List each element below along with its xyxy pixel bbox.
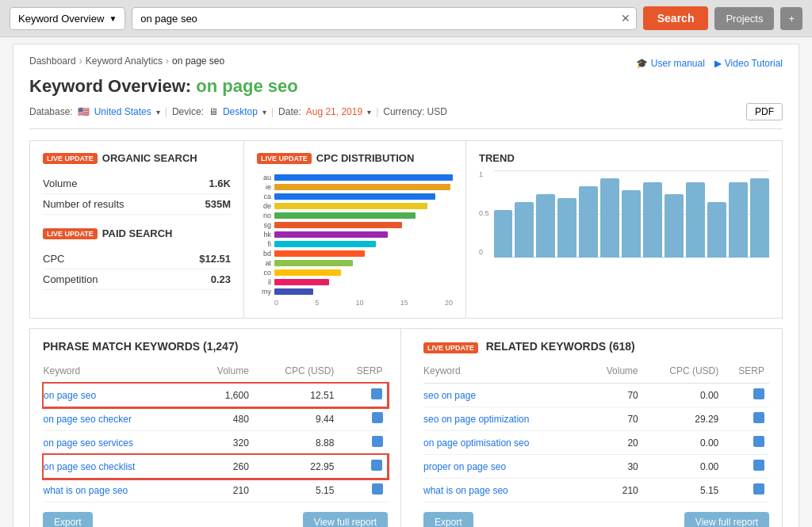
video-icon: ▶ <box>714 58 722 69</box>
table-row: seo on page 70 0.00 <box>423 384 769 407</box>
serp-icon[interactable] <box>372 412 383 423</box>
cpc-live-badge: live update <box>257 153 312 164</box>
cpc-distribution-panel: live update CPC DISTRIBUTION au ie ca de… <box>244 141 466 318</box>
cpc-bar <box>274 241 376 247</box>
serp-icon[interactable] <box>753 436 764 447</box>
breadcrumb-dashboard[interactable]: Dashboard <box>29 55 76 67</box>
trend-bar <box>600 178 619 258</box>
keyword-link[interactable]: what is on page seo <box>423 485 508 496</box>
cpc-row: CPC $12.51 <box>43 249 231 269</box>
bottom-section: PHRASE MATCH KEYWORDS (1,247) Keyword Vo… <box>29 328 783 527</box>
cpc-bar-row: hk <box>257 231 453 239</box>
serp-icon[interactable] <box>372 483 383 495</box>
cpc-bar <box>274 260 353 266</box>
col-cpc: CPC (USD) <box>254 362 339 384</box>
cpc-bar <box>274 203 427 209</box>
keyword-link[interactable]: what is on page seo <box>44 485 128 496</box>
keyword-link[interactable]: seo on page optimization <box>423 414 529 425</box>
cpc-bar-label: my <box>257 288 271 296</box>
monitor-icon: 🖥 <box>209 106 218 117</box>
keyword-link[interactable]: on page seo services <box>44 437 133 449</box>
serp-icon[interactable] <box>371 460 382 471</box>
cpc-bar <box>274 250 365 257</box>
cpc-bar-row: ie <box>257 183 453 191</box>
related-keywords-view-report-button[interactable]: View full report <box>684 512 769 527</box>
device-selector[interactable]: Desktop <box>223 106 258 117</box>
cpc-axis: 0 5 10 15 20 <box>257 299 453 307</box>
cpc-bar <box>274 174 453 181</box>
video-tutorial-link[interactable]: ▶ Video Tutorial <box>714 58 783 69</box>
trend-panel: TREND 1 0.5 0 <box>466 141 782 318</box>
phrase-match-panel: PHRASE MATCH KEYWORDS (1,247) Keyword Vo… <box>30 329 401 527</box>
cpc-bar-row: ca <box>257 193 453 200</box>
search-input[interactable] <box>132 7 636 30</box>
cpc-bar <box>274 184 450 190</box>
clear-button[interactable]: ✕ <box>621 12 630 25</box>
phrase-match-export-button[interactable]: Export <box>43 512 93 527</box>
cpc-bar-label: bd <box>257 250 271 258</box>
cpc-bar-row: co <box>257 269 453 277</box>
keyword-link[interactable]: on page seo checklist <box>44 461 135 472</box>
paid-live-badge: live update <box>43 228 98 239</box>
volume-row: Volume 1.6K <box>43 174 231 194</box>
keyword-link[interactable]: on page seo <box>44 390 96 401</box>
breadcrumb: Dashboard › Keyword Analytics › on page … <box>29 55 224 67</box>
serp-icon[interactable] <box>753 483 764 495</box>
organic-search-panel: live update ORGANIC SEARCH Volume 1.6K N… <box>30 141 244 318</box>
cpc-title: live update CPC DISTRIBUTION <box>257 152 453 164</box>
trend-chart <box>494 170 769 258</box>
projects-button[interactable]: Projects <box>714 7 774 30</box>
organic-live-badge: live update <box>43 153 98 164</box>
user-manual-link[interactable]: 🎓 User manual <box>636 58 705 69</box>
keyword-link[interactable]: on page seo checker <box>44 414 132 425</box>
paid-search-title: live update PAID SEARCH <box>43 227 231 239</box>
related-keywords-export-button[interactable]: Export <box>423 512 473 527</box>
results-row: Number of results 535M <box>43 194 231 215</box>
cpc-bar-label: hk <box>257 231 271 239</box>
phrase-match-table: Keyword Volume CPC (USD) SERP on page se… <box>43 362 388 502</box>
add-project-button[interactable]: + <box>780 7 802 30</box>
rel-col-cpc: CPC (USD) <box>643 362 723 384</box>
cpc-bar-row: il <box>257 278 453 286</box>
pdf-button[interactable]: PDF <box>746 103 783 120</box>
search-button[interactable]: Search <box>643 6 709 30</box>
trend-bar <box>557 198 576 258</box>
keyword-link[interactable]: seo on page <box>423 390 476 401</box>
serp-icon[interactable] <box>371 388 382 399</box>
cpc-bar-row: de <box>257 202 453 210</box>
keyword-link[interactable]: proper on page seo <box>423 461 506 472</box>
trend-title: TREND <box>479 152 769 164</box>
trend-bar <box>729 182 748 258</box>
cpc-bar-row: at <box>257 259 453 267</box>
breadcrumb-current: on page seo <box>172 55 224 67</box>
rel-col-serp: SERP <box>723 362 769 384</box>
table-row: on page seo 1,600 12.51 <box>44 384 388 407</box>
phrase-match-view-report-button[interactable]: View full report <box>303 512 388 527</box>
date-chevron-icon: ▾ <box>367 108 371 116</box>
trend-bar <box>494 210 513 258</box>
keyword-overview-dropdown[interactable]: Keyword Overview ▼ <box>10 7 125 30</box>
related-keywords-panel: live update RELATED KEYWORDS (618) Keywo… <box>411 329 782 527</box>
page-title: Keyword Overview: on page seo <box>29 76 783 97</box>
competition-row: Competition 0.23 <box>43 269 231 290</box>
trend-bar <box>515 202 534 258</box>
cpc-bar-row: no <box>257 212 453 220</box>
col-serp: SERP <box>339 362 387 384</box>
serp-icon[interactable] <box>372 436 383 447</box>
table-row: proper on page seo 30 0.00 <box>423 455 769 479</box>
serp-icon[interactable] <box>753 388 764 399</box>
keyword-link[interactable]: on page optimisation seo <box>423 437 529 449</box>
serp-icon[interactable] <box>753 412 764 423</box>
col-volume: Volume <box>196 362 254 384</box>
chevron-down-icon: ▼ <box>109 14 117 23</box>
database-selector[interactable]: United States <box>94 106 151 117</box>
breadcrumb-right: 🎓 User manual ▶ Video Tutorial <box>636 58 783 69</box>
cpc-bar-label: sg <box>257 221 271 229</box>
serp-icon[interactable] <box>753 460 764 471</box>
date-selector[interactable]: Aug 21, 2019 <box>306 106 362 117</box>
table-row: what is on page seo 210 5.15 <box>44 479 388 502</box>
device-chevron-icon: ▾ <box>262 108 266 116</box>
breadcrumb-keyword-analytics[interactable]: Keyword Analytics <box>86 55 163 67</box>
cpc-bar-label: ca <box>257 193 271 200</box>
top-panels: live update ORGANIC SEARCH Volume 1.6K N… <box>29 140 783 319</box>
